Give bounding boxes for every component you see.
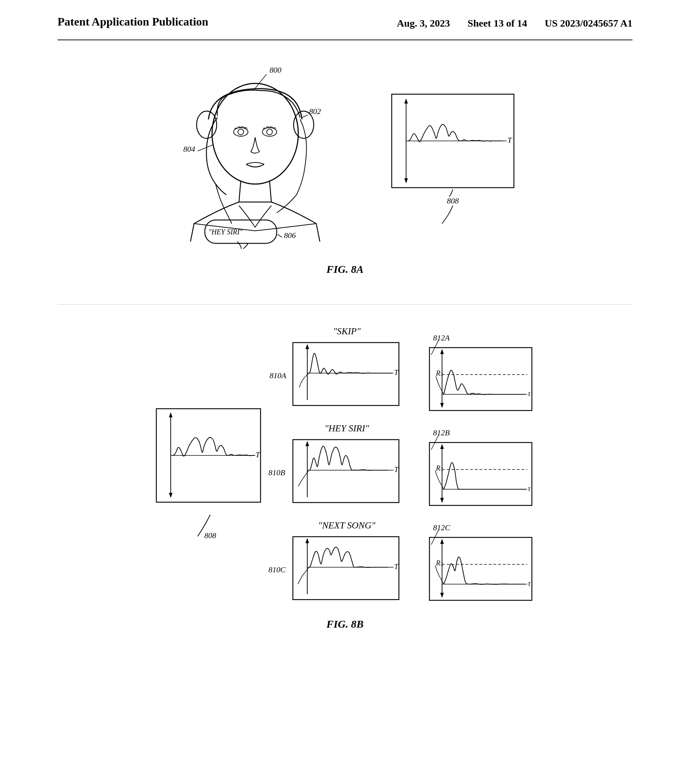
svg-point-10 [238, 129, 244, 135]
812c-group: 812C R₁ τ [426, 523, 537, 607]
middle-col: "SKIP" 810A T [289, 326, 404, 606]
skip-waveform-group: "SKIP" 810A T [289, 326, 404, 412]
right-col: 812A R₁ [426, 333, 537, 607]
header-meta: Aug. 3, 2023 Sheet 13 of 14 US 2023/0245… [397, 14, 632, 32]
nextsong-waveform-group: "NEXT SONG" 810C T [289, 520, 404, 606]
svg-text:T: T [507, 135, 512, 145]
header-patent: US 2023/0245657 A1 [545, 18, 632, 29]
svg-rect-29 [293, 343, 399, 405]
fig8b-label: FIG. 8B [326, 618, 363, 630]
svg-marker-19 [404, 99, 408, 104]
page-container: Patent Application Publication Aug. 3, 2… [0, 0, 690, 784]
heysiri-waveform-container: 810B T [289, 436, 404, 509]
svg-line-5 [302, 115, 308, 117]
section-divider [58, 304, 632, 305]
waveform-808-left-svg: T [153, 405, 268, 513]
svg-marker-47 [440, 403, 444, 408]
svg-marker-36 [305, 441, 309, 446]
svg-point-12 [267, 129, 272, 135]
person-svg: 800 802 [165, 62, 345, 249]
fig8b-section: T 808 "SKIP" 810A [58, 326, 632, 630]
svg-text:"HEY SIRI": "HEY SIRI" [208, 228, 243, 236]
heysiri-waveform-group: "HEY SIRI" 810B T [289, 423, 404, 509]
person-illustration: 800 802 [169, 62, 341, 249]
skip-waveform-container: 810A T [289, 339, 404, 412]
fig8a-content: 800 802 [58, 62, 632, 249]
svg-rect-34 [293, 440, 399, 502]
nextsong-waveform-container: 810C T [289, 533, 404, 606]
header-date: Aug. 3, 2023 [397, 18, 450, 29]
810b-label: 810B [268, 468, 285, 478]
svg-marker-20 [404, 178, 408, 183]
svg-point-2 [197, 111, 217, 138]
812a-container: R₁ τ [426, 344, 537, 417]
svg-text:τ: τ [528, 580, 531, 587]
fig8b-layout: T 808 "SKIP" 810A [58, 326, 632, 607]
svg-text:T: T [394, 563, 399, 570]
header-sheet: Sheet 13 of 14 [468, 18, 527, 29]
svg-rect-44 [430, 348, 532, 410]
812c-container: R₁ τ [426, 534, 537, 607]
svg-marker-55 [440, 498, 444, 503]
810c-label: 810C [268, 565, 286, 575]
svg-text:τ: τ [528, 484, 531, 492]
waveform-808-top: T 808 [385, 91, 521, 206]
nextsong-label: "NEXT SONG" [318, 520, 375, 531]
810a-label: 810A [270, 371, 286, 380]
svg-line-16 [277, 234, 282, 237]
svg-rect-60 [430, 537, 532, 600]
svg-rect-52 [430, 443, 532, 506]
svg-marker-41 [305, 538, 309, 543]
waveform-808-bottom-annotation [153, 513, 268, 538]
svg-text:800: 800 [270, 66, 282, 74]
svg-text:T: T [394, 466, 399, 473]
svg-marker-63 [440, 593, 444, 598]
left-waveform-col: T 808 [153, 405, 268, 540]
svg-marker-25 [169, 412, 173, 417]
svg-marker-26 [169, 493, 173, 498]
svg-line-8 [198, 145, 214, 151]
svg-point-6 [212, 83, 298, 184]
svg-text:806: 806 [284, 231, 296, 240]
header: Patent Application Publication Aug. 3, 2… [58, 0, 632, 40]
svg-text:R₁: R₁ [436, 559, 443, 567]
header-title: Patent Application Publication [58, 14, 208, 30]
heysiri-label: "HEY SIRI" [324, 423, 369, 434]
fig8a-section: 800 802 [58, 62, 632, 275]
svg-text:802: 802 [309, 107, 321, 116]
skip-waveform-svg: T [289, 339, 404, 411]
svg-text:τ: τ [528, 390, 531, 398]
heysiri-waveform-svg: T [289, 436, 404, 508]
svg-marker-31 [305, 344, 309, 349]
812b-container: R₁ τ [426, 439, 537, 512]
nextsong-waveform-svg: T [289, 533, 404, 605]
fig8a-label: FIG. 8A [326, 263, 363, 275]
812b-group: 812B R₁ τ [426, 428, 537, 512]
812a-group: 812A R₁ [426, 333, 537, 417]
svg-line-1 [254, 74, 267, 91]
svg-text:804: 804 [183, 145, 195, 153]
svg-text:R₁: R₁ [436, 464, 443, 472]
svg-rect-39 [293, 537, 399, 600]
skip-label: "SKIP" [333, 326, 361, 337]
svg-text:R₁: R₁ [436, 369, 443, 377]
waveform-808-svg: T [385, 91, 521, 198]
svg-text:T: T [255, 450, 260, 459]
svg-text:T: T [394, 369, 399, 376]
